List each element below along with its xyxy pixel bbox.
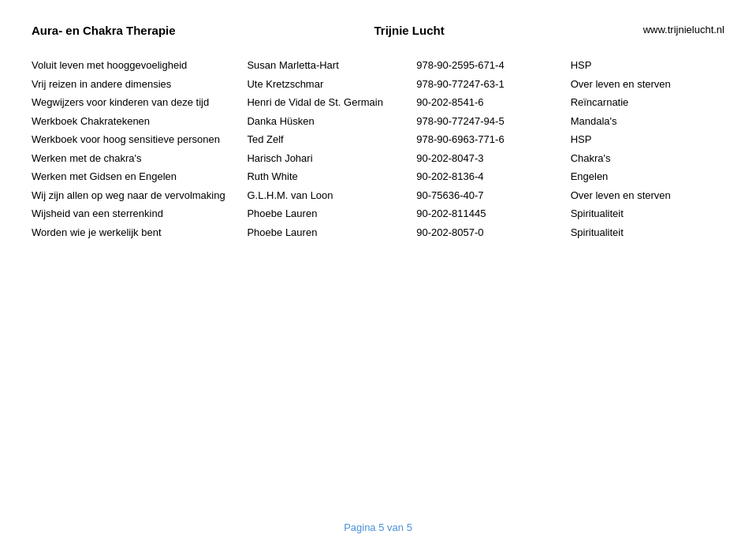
cell-isbn: 90-202-8057-0 [416,223,570,242]
cell-author: Ted Zelf [247,130,416,149]
table-row: Worden wie je werkelijk bent Phoebe Laur… [32,223,724,242]
table-row: Werken met Gidsen en Engelen Ruth White … [32,167,724,186]
header-left-title: Aura- en Chakra Therapie [32,24,176,37]
cell-isbn: 978-90-77247-63-1 [416,75,570,94]
cell-title: Werken met Gidsen en Engelen [32,167,247,186]
cell-title: Voluit leven met hooggevoeligheid [32,56,247,75]
table-row: Werken met de chakra's Harisch Johari 90… [32,149,724,168]
page-header: Aura- en Chakra Therapie Trijnie Lucht w… [32,24,724,37]
header-right-url: www.trijnielucht.nl [643,24,724,36]
cell-title: Worden wie je werkelijk bent [32,223,247,242]
cell-title: Werkboek voor hoog sensitieve personen [32,130,247,149]
page-footer: Pagina 5 van 5 [0,521,756,533]
footer-pagination: Pagina 5 van 5 [344,521,412,533]
cell-category: HSP [571,56,724,75]
table-row: Wij zijn allen op weg naar de vervolmaki… [32,186,724,205]
cell-isbn: 978-90-77247-94-5 [416,112,570,131]
cell-author: Harisch Johari [247,149,416,168]
cell-isbn: 90-202-8136-4 [416,167,570,186]
cell-title: Wijsheid van een sterrenkind [32,204,247,223]
cell-isbn: 90-202-8541-6 [416,93,570,112]
table-row: Wijsheid van een sterrenkind Phoebe Laur… [32,204,724,223]
cell-author: Phoebe Lauren [247,204,416,223]
cell-author: G.L.H.M. van Loon [247,186,416,205]
cell-title: Werkboek Chakratekenen [32,112,247,131]
cell-isbn: 90-75636-40-7 [416,186,570,205]
cell-category: Chakra's [571,149,724,168]
cell-author: Danka Hüsken [247,112,416,131]
cell-title: Wegwijzers voor kinderen van deze tijd [32,93,247,112]
cell-isbn: 978-90-6963-771-6 [416,130,570,149]
cell-category: Over leven en sterven [571,75,724,94]
cell-author: Ruth White [247,167,416,186]
cell-isbn: 90-202-811445 [416,204,570,223]
table-row: Wegwijzers voor kinderen van deze tijd H… [32,93,724,112]
cell-author: Ute Kretzschmar [247,75,416,94]
header-center-title: Trijnie Lucht [374,24,445,37]
cell-isbn: 978-90-2595-671-4 [416,56,570,75]
cell-category: Spiritualiteit [571,223,724,242]
table-row: Voluit leven met hooggevoeligheid Susan … [32,56,724,75]
cell-author: Phoebe Lauren [247,223,416,242]
table-row: Vrij reizen in andere dimensies Ute Kret… [32,75,724,94]
table-row: Werkboek Chakratekenen Danka Hüsken 978-… [32,112,724,131]
cell-category: Reïncarnatie [571,93,724,112]
books-table: Voluit leven met hooggevoeligheid Susan … [32,56,724,241]
cell-category: Mandala's [571,112,724,131]
cell-category: Engelen [571,167,724,186]
cell-title: Werken met de chakra's [32,149,247,168]
cell-author: Susan Marletta-Hart [247,56,416,75]
cell-category: Spiritualiteit [571,204,724,223]
cell-author: Henri de Vidal de St. Germain [247,93,416,112]
cell-category: Over leven en sterven [571,186,724,205]
cell-title: Wij zijn allen op weg naar de vervolmaki… [32,186,247,205]
cell-category: HSP [571,130,724,149]
cell-isbn: 90-202-8047-3 [416,149,570,168]
cell-title: Vrij reizen in andere dimensies [32,75,247,94]
table-row: Werkboek voor hoog sensitieve personen T… [32,130,724,149]
